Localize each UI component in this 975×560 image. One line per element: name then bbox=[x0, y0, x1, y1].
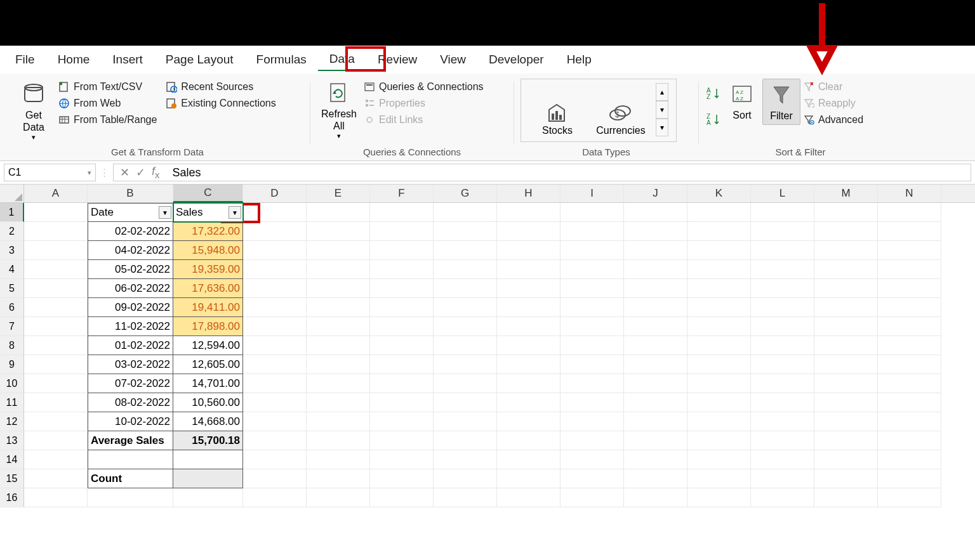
column-header-G[interactable]: G bbox=[434, 185, 497, 202]
cell-E9[interactable] bbox=[307, 355, 370, 374]
cell-N8[interactable] bbox=[878, 336, 941, 355]
cell-E8[interactable] bbox=[307, 336, 370, 355]
row-header-5[interactable]: 5 bbox=[0, 279, 24, 298]
cell-A13[interactable] bbox=[24, 431, 88, 450]
column-header-H[interactable]: H bbox=[497, 185, 560, 202]
cell-I14[interactable] bbox=[560, 450, 624, 469]
cell-N10[interactable] bbox=[878, 374, 941, 393]
cell-G5[interactable] bbox=[434, 279, 497, 298]
filter-button[interactable]: Filter bbox=[762, 79, 800, 125]
cell-J14[interactable] bbox=[624, 450, 687, 469]
cell-E4[interactable] bbox=[307, 260, 370, 279]
cell-L1[interactable] bbox=[751, 203, 814, 222]
cell-K14[interactable] bbox=[687, 450, 751, 469]
cell-J1[interactable] bbox=[624, 203, 687, 222]
row-header-13[interactable]: 13 bbox=[0, 431, 24, 450]
column-header-K[interactable]: K bbox=[687, 185, 751, 202]
cell-G2[interactable] bbox=[434, 222, 497, 241]
cell-H1[interactable] bbox=[497, 203, 560, 222]
stocks-button[interactable]: Stocks bbox=[529, 101, 586, 136]
column-header-D[interactable]: D bbox=[243, 185, 307, 202]
cell-F3[interactable] bbox=[370, 241, 434, 260]
cell-D2[interactable] bbox=[243, 222, 307, 241]
cell-L14[interactable] bbox=[751, 450, 814, 469]
formula-input[interactable]: Sales bbox=[166, 166, 964, 179]
cell-L2[interactable] bbox=[751, 222, 814, 241]
cell-H5[interactable] bbox=[497, 279, 560, 298]
row-header-15[interactable]: 15 bbox=[0, 469, 24, 488]
cell-G12[interactable] bbox=[434, 412, 497, 431]
cell-C12[interactable]: 14,668.00 bbox=[173, 412, 243, 431]
cell-H13[interactable] bbox=[497, 431, 560, 450]
cell-H2[interactable] bbox=[497, 222, 560, 241]
cell-I2[interactable] bbox=[560, 222, 624, 241]
cell-L13[interactable] bbox=[751, 431, 814, 450]
cell-H6[interactable] bbox=[497, 298, 560, 317]
cell-N1[interactable] bbox=[878, 203, 941, 222]
refresh-all-button[interactable]: Refresh All▾ bbox=[317, 79, 361, 143]
cell-J8[interactable] bbox=[624, 336, 687, 355]
cell-A3[interactable] bbox=[24, 241, 88, 260]
from-web-button[interactable]: From Web bbox=[58, 98, 157, 109]
row-header-8[interactable]: 8 bbox=[0, 336, 24, 355]
get-data-button[interactable]: Get Data▾ bbox=[11, 79, 56, 145]
cell-E12[interactable] bbox=[307, 412, 370, 431]
filter-dropdown-date[interactable]: ▼ bbox=[159, 206, 171, 219]
cell-D7[interactable] bbox=[243, 317, 307, 336]
cell-M10[interactable] bbox=[814, 374, 878, 393]
cell-I6[interactable] bbox=[560, 298, 624, 317]
column-header-N[interactable]: N bbox=[878, 185, 941, 202]
existing-connections-button[interactable]: Existing Connections bbox=[166, 98, 275, 109]
datatypes-scroll-up[interactable]: ▴ bbox=[656, 83, 668, 101]
row-header-2[interactable]: 2 bbox=[0, 222, 24, 241]
cell-J4[interactable] bbox=[624, 260, 687, 279]
cell-F15[interactable] bbox=[370, 469, 434, 488]
cell-N4[interactable] bbox=[878, 260, 941, 279]
cell-H7[interactable] bbox=[497, 317, 560, 336]
cell-E15[interactable] bbox=[307, 469, 370, 488]
cell-D6[interactable] bbox=[243, 298, 307, 317]
cell-A15[interactable] bbox=[24, 469, 88, 488]
cell-L9[interactable] bbox=[751, 355, 814, 374]
cell-C15[interactable] bbox=[173, 469, 243, 488]
cell-G1[interactable] bbox=[434, 203, 497, 222]
advanced-button[interactable]: Advanced bbox=[803, 114, 863, 126]
cell-A7[interactable] bbox=[24, 317, 88, 336]
column-header-I[interactable]: I bbox=[560, 185, 624, 202]
cell-C5[interactable]: 17,636.00 bbox=[173, 279, 243, 298]
cell-B2[interactable]: 02-02-2022 bbox=[88, 222, 173, 241]
cell-E2[interactable] bbox=[307, 222, 370, 241]
filter-dropdown-sales[interactable]: ▼ bbox=[229, 206, 241, 219]
cell-B5[interactable]: 06-02-2022 bbox=[88, 279, 173, 298]
cell-G6[interactable] bbox=[434, 298, 497, 317]
cell-L15[interactable] bbox=[751, 469, 814, 488]
cell-I8[interactable] bbox=[560, 336, 624, 355]
cell-M9[interactable] bbox=[814, 355, 878, 374]
cell-B3[interactable]: 04-02-2022 bbox=[88, 241, 173, 260]
cell-M3[interactable] bbox=[814, 241, 878, 260]
cell-J3[interactable] bbox=[624, 241, 687, 260]
row-header-11[interactable]: 11 bbox=[0, 393, 24, 412]
cell-J6[interactable] bbox=[624, 298, 687, 317]
cell-J2[interactable] bbox=[624, 222, 687, 241]
cell-I15[interactable] bbox=[560, 469, 624, 488]
cell-N2[interactable] bbox=[878, 222, 941, 241]
cell-E10[interactable] bbox=[307, 374, 370, 393]
cell-G3[interactable] bbox=[434, 241, 497, 260]
cell-A10[interactable] bbox=[24, 374, 88, 393]
cell-L5[interactable] bbox=[751, 279, 814, 298]
cell-H3[interactable] bbox=[497, 241, 560, 260]
cell-D1[interactable] bbox=[243, 203, 307, 222]
cell-B7[interactable]: 11-02-2022 bbox=[88, 317, 173, 336]
cancel-formula-button[interactable]: ✕ bbox=[120, 166, 129, 179]
cell-I1[interactable] bbox=[560, 203, 624, 222]
cell-L4[interactable] bbox=[751, 260, 814, 279]
cell-H16[interactable] bbox=[497, 488, 560, 507]
cell-N3[interactable] bbox=[878, 241, 941, 260]
cell-L7[interactable] bbox=[751, 317, 814, 336]
cell-B15[interactable]: Count bbox=[88, 469, 173, 488]
cell-G13[interactable] bbox=[434, 431, 497, 450]
column-header-C[interactable]: C bbox=[173, 185, 243, 202]
cell-J9[interactable] bbox=[624, 355, 687, 374]
cell-C4[interactable]: 19,359.00 bbox=[173, 260, 243, 279]
